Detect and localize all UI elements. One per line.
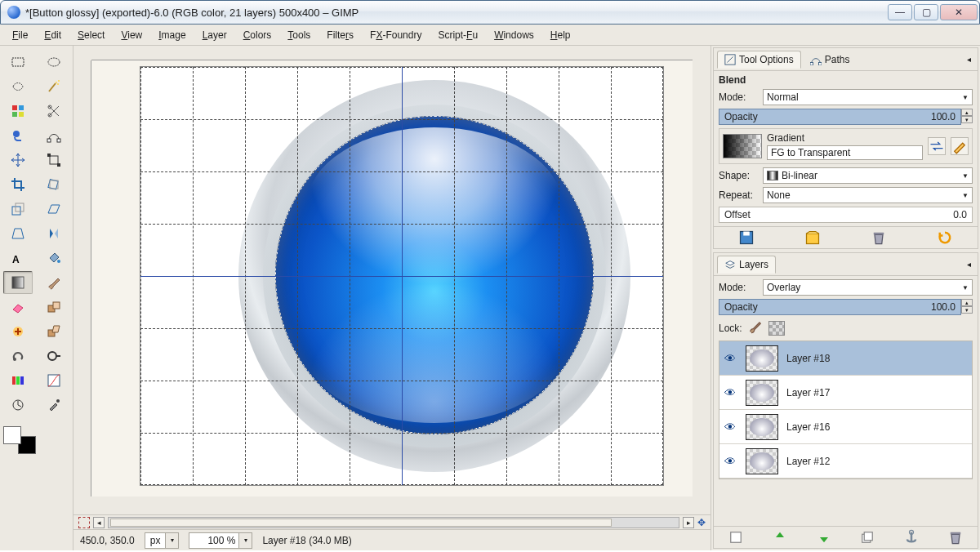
layer-name[interactable]: Layer #18 — [786, 353, 830, 364]
save-preset-button[interactable] — [737, 229, 755, 246]
layer-thumbnail[interactable] — [746, 345, 778, 372]
dock-menu-button[interactable]: ◂ — [963, 54, 974, 65]
menu-file[interactable]: File — [5, 27, 35, 43]
menu-select[interactable]: Select — [70, 27, 112, 43]
tool-color-balance[interactable] — [3, 369, 33, 392]
guide-vertical[interactable] — [402, 67, 403, 485]
layer-row[interactable]: 👁 Layer #18 — [719, 341, 972, 376]
layer-mode-select[interactable]: Overlay▼ — [763, 279, 973, 296]
tool-clone[interactable] — [39, 296, 69, 318]
canvas-image[interactable] — [140, 67, 663, 485]
gradient-reverse-button[interactable] — [928, 137, 946, 155]
tab-paths[interactable]: Paths — [803, 51, 858, 69]
tool-paths[interactable] — [39, 124, 69, 147]
window-close-button[interactable]: ✕ — [940, 4, 978, 20]
tool-free-select[interactable] — [3, 75, 33, 98]
eye-icon[interactable]: 👁 — [724, 352, 737, 365]
tool-blend[interactable] — [3, 271, 33, 294]
repeat-select[interactable]: None▼ — [763, 187, 973, 203]
tab-tool-options[interactable]: Tool Options — [717, 51, 801, 69]
layer-thumbnail[interactable] — [746, 448, 778, 474]
gradient-name-field[interactable]: FG to Transparent — [767, 145, 923, 160]
scroll-right-button[interactable]: ▸ — [683, 517, 694, 528]
window-minimize-button[interactable]: — — [888, 4, 912, 20]
tool-shear[interactable] — [39, 198, 69, 220]
tool-align[interactable] — [39, 149, 69, 171]
duplicate-layer-button[interactable] — [858, 529, 876, 545]
layer-thumbnail[interactable] — [746, 380, 778, 406]
layer-row[interactable]: 👁 Layer #12 — [719, 444, 972, 479]
scroll-left-button[interactable]: ◂ — [93, 517, 105, 528]
tool-ellipse-select[interactable] — [39, 51, 69, 73]
tool-paintbrush[interactable] — [39, 271, 69, 294]
vertical-ruler[interactable] — [74, 60, 91, 496]
menu-help[interactable]: Help — [543, 27, 578, 43]
tool-foreground-select[interactable] — [3, 124, 33, 147]
eye-icon[interactable]: 👁 — [724, 421, 737, 434]
window-maximize-button[interactable]: ▢ — [914, 4, 938, 20]
menu-scriptfu[interactable]: Script-Fu — [430, 27, 485, 43]
tool-opacity-slider[interactable]: Opacity 100.0 — [719, 109, 961, 125]
eye-icon[interactable]: 👁 — [724, 386, 737, 399]
lower-layer-button[interactable] — [815, 529, 833, 545]
tool-text[interactable]: A — [3, 247, 33, 269]
gradient-thumbnail[interactable] — [723, 134, 762, 158]
menu-filters[interactable]: Filters — [319, 27, 361, 43]
reset-button[interactable] — [936, 229, 954, 246]
lock-pixels-button[interactable] — [747, 318, 764, 337]
layer-name[interactable]: Layer #12 — [786, 456, 830, 467]
unit-combo[interactable]: px▾ — [145, 532, 180, 549]
quickmask-toggle[interactable] — [78, 517, 90, 528]
delete-layer-button[interactable] — [947, 529, 964, 545]
layer-name[interactable]: Layer #17 — [786, 387, 830, 398]
layer-opacity-spinner[interactable]: ▴▾ — [961, 299, 973, 315]
lock-alpha-button[interactable] — [768, 321, 785, 336]
tool-eraser[interactable] — [3, 296, 33, 318]
layer-row[interactable]: 👁 Layer #16 — [719, 410, 972, 444]
tool-scale[interactable] — [3, 198, 33, 220]
gradient-chooser[interactable]: Gradient FG to Transparent — [719, 128, 973, 164]
tool-perspective-clone[interactable] — [39, 320, 69, 343]
menu-view[interactable]: View — [114, 27, 149, 43]
menu-image[interactable]: Image — [151, 27, 193, 43]
tool-crop[interactable] — [3, 173, 33, 196]
menu-fxfoundry[interactable]: FX-Foundry — [363, 27, 429, 43]
tool-rect-select[interactable] — [3, 51, 33, 73]
restore-preset-button[interactable] — [804, 229, 822, 246]
tool-by-color-select[interactable] — [3, 100, 33, 122]
tool-opacity-spinner[interactable]: ▴▾ — [961, 109, 973, 125]
menu-tools[interactable]: Tools — [280, 27, 318, 43]
horizontal-ruler[interactable] — [91, 46, 693, 60]
layer-list[interactable]: 👁 Layer #18 👁 Layer #17 👁 Layer #16 — [719, 341, 973, 479]
tool-dodge-burn[interactable] — [39, 345, 69, 367]
tool-iscissors[interactable] — [39, 100, 69, 122]
tool-color-picker[interactable] — [39, 394, 69, 416]
layers-dock-menu-button[interactable]: ◂ — [963, 259, 974, 270]
zoom-combo[interactable]: ▾ — [189, 532, 252, 549]
tool-heal[interactable] — [3, 320, 33, 343]
delete-preset-button[interactable] — [870, 229, 888, 246]
layer-thumbnail[interactable] — [746, 414, 778, 440]
menu-windows[interactable]: Windows — [487, 27, 541, 43]
eye-icon[interactable]: 👁 — [724, 455, 737, 468]
blend-mode-select[interactable]: Normal▼ — [763, 89, 973, 105]
canvas-viewport[interactable] — [91, 60, 693, 496]
layer-name[interactable]: Layer #16 — [786, 421, 830, 433]
tool-rotate[interactable] — [39, 173, 69, 196]
anchor-layer-button[interactable] — [902, 529, 920, 545]
tool-fuzzy-select[interactable] — [39, 75, 69, 98]
layer-opacity-slider[interactable]: Opacity 100.0 — [719, 299, 961, 315]
new-layer-button[interactable] — [727, 529, 745, 545]
layer-row[interactable]: 👁 Layer #17 — [719, 376, 972, 410]
color-swatches[interactable] — [3, 426, 36, 454]
shape-select[interactable]: Bi-linear ▼ — [763, 167, 973, 184]
pan-icon[interactable]: ✥ — [697, 517, 706, 528]
tool-curves[interactable] — [39, 369, 69, 392]
menu-layer[interactable]: Layer — [195, 27, 234, 43]
tool-flip[interactable] — [39, 222, 69, 245]
tool-bucket-fill[interactable] — [39, 247, 69, 269]
gradient-edit-button[interactable] — [951, 137, 969, 155]
tool-move[interactable] — [3, 149, 33, 171]
horizontal-scrollbar[interactable]: ◂ ▸ ✥ — [74, 514, 710, 529]
menu-colors[interactable]: Colors — [236, 27, 279, 43]
